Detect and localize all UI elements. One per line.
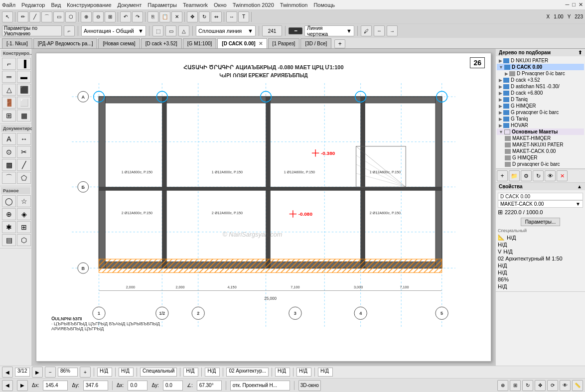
tree-item-maket-nkuxi[interactable]: MAKET-NKUXI PATER <box>497 141 584 148</box>
rotate-button[interactable]: ↻ <box>199 11 210 22</box>
zoom-in[interactable]: ⊕ <box>81 11 92 22</box>
rotate3d-btn[interactable]: ⟳ <box>547 380 558 391</box>
text-button[interactable]: T <box>238 11 249 22</box>
column-icon[interactable]: ▐ <box>17 58 31 70</box>
slab-icon[interactable]: ▬ <box>17 71 31 83</box>
tree-item-taniq[interactable]: ▶ D Taniq <box>497 96 584 103</box>
misc6-icon[interactable]: ⊞ <box>17 221 31 233</box>
misc2-icon[interactable]: ☆ <box>17 195 31 207</box>
zoom-fit[interactable]: ⊞ <box>105 11 116 22</box>
tree-item-maket-cack[interactable]: MAKET-CACK 0.00 <box>497 148 584 154</box>
misc5-icon[interactable]: ✱ <box>2 221 16 233</box>
arch-field[interactable]: 02 Архитектур... <box>226 368 269 377</box>
door-icon[interactable]: 🚪 <box>2 97 16 109</box>
minimize-button[interactable]: ─ <box>566 1 570 8</box>
nav-next-btn[interactable]: ▶ <box>32 367 43 378</box>
menu-editor[interactable]: Редактор <box>21 2 45 8</box>
menu-document[interactable]: Документ <box>118 2 142 8</box>
paste-button[interactable]: 📋 <box>159 11 170 22</box>
tab-cack000-close[interactable]: ✕ <box>259 41 263 46</box>
view-btn3[interactable]: △ <box>178 25 189 36</box>
tree-item-cack6800[interactable]: ▶ D сасk +6.800 <box>497 90 584 96</box>
misc7-icon[interactable]: ▤ <box>2 234 16 246</box>
tab-razrez[interactable]: [1 Разрез] <box>268 38 300 48</box>
sidebar-label-misc[interactable]: Разное <box>1 187 30 194</box>
move-button[interactable]: ✥ <box>187 11 198 22</box>
dim-icon[interactable]: ↔ <box>17 133 31 145</box>
rect-tool[interactable]: ▭ <box>53 11 64 22</box>
linetype-dropdown[interactable]: Сплошная линия ▼ <box>196 25 256 36</box>
wall-icon[interactable]: ⌐ <box>2 58 16 70</box>
tree-item-d-prvacqner2[interactable]: D prvacqner 0-ic barc <box>497 161 584 167</box>
tree-settings-btn[interactable]: ⚙ <box>521 170 532 181</box>
line-tool[interactable]: ╱ <box>29 11 40 22</box>
special-field[interactable]: Специальный <box>140 368 177 377</box>
dimension-button[interactable]: ↔ <box>226 11 237 22</box>
tree-item-astichan[interactable]: ▶ D astichan NS1 -0.30/ <box>497 83 584 90</box>
tree-item-g-himqer2[interactable]: G HIMQER <box>497 154 584 161</box>
wall-tool[interactable]: ⌐ <box>64 25 75 36</box>
tree-item-ghimqer[interactable]: ▶ G HIMQER <box>497 103 584 109</box>
text-icon[interactable]: A <box>2 133 16 145</box>
tree-item-nkuxi[interactable]: ▶ D NKUXI PATER <box>497 57 584 64</box>
dash-tool[interactable]: ╌ <box>374 25 385 36</box>
zoom-out-btn[interactable]: − <box>45 367 56 378</box>
menu-window[interactable]: Окно <box>214 2 227 8</box>
menu-help[interactable]: Помощь <box>313 2 335 8</box>
grid-btn[interactable]: ⊞ <box>510 380 521 391</box>
pan-btn[interactable]: ✥ <box>535 380 546 391</box>
tab-cack000[interactable]: [D САСK 0.00] ✕ <box>217 38 267 48</box>
tree-item-prvacqner[interactable]: ▶ D Prvacqner 0-ic barc <box>497 70 584 77</box>
prop-cack-name[interactable]: D CACK 0.00 <box>498 193 583 200</box>
pen-btn[interactable]: 🖊 <box>361 25 372 36</box>
tree-item-makets-folder[interactable]: ▼ Основные Макеты <box>497 129 584 135</box>
maximize-button[interactable]: □ <box>572 1 576 8</box>
misc8-icon[interactable]: ⬡ <box>17 234 31 246</box>
tab-rd[interactable]: [РД-АР Ведомость ра...] <box>33 38 98 48</box>
menu-file[interactable]: Файл <box>2 2 15 8</box>
tab-new-btn[interactable]: + <box>334 39 345 48</box>
tree-item-hovar[interactable]: ▶ HOVAR <box>497 122 584 129</box>
window-icon[interactable]: ⬜ <box>17 97 31 109</box>
polygon-tool[interactable]: ⬡ <box>65 11 76 22</box>
arrow-tool[interactable]: → <box>387 25 398 36</box>
measure-btn[interactable]: 📏 <box>572 380 583 391</box>
props-title[interactable]: Свойства ▲ <box>496 183 585 190</box>
layer-dropdown[interactable]: Линия чертежа ▼ <box>304 25 354 36</box>
tree-folder-btn[interactable]: 📁 <box>509 170 520 181</box>
stair-icon[interactable]: ⬛ <box>17 84 31 96</box>
default-params-btn[interactable]: Параметры по Умолчанию <box>2 25 62 36</box>
section-icon[interactable]: ✂ <box>17 146 31 158</box>
fill-icon[interactable]: ▩ <box>2 159 16 171</box>
tree-item-gprvacqner[interactable]: ▶ G prvacqner 0-ic barc <box>497 109 584 116</box>
poly-icon[interactable]: ⬠ <box>17 172 31 184</box>
tree-expand-icon[interactable]: ⬆ <box>578 50 582 55</box>
close-button[interactable]: ✕ <box>579 1 583 8</box>
tree-panel-title[interactable]: Дерево по подборам ⬆ <box>496 49 585 56</box>
canvas-area[interactable]: 26 ՀԱՏԱԿԻ ԾՐԱԳԻՐ АЦИAЪБКРЫД -0.080 МАЕТ … <box>32 49 495 366</box>
menu-teamwork[interactable]: Teamwork <box>183 2 208 8</box>
delete-button[interactable]: ✕ <box>171 11 182 22</box>
curtain-icon[interactable]: ▦ <box>17 110 31 122</box>
mirror-button[interactable]: ⇔ <box>211 11 222 22</box>
view3d-btn[interactable]: 👁 <box>560 380 571 391</box>
status-forward-btn[interactable]: ▶ <box>17 380 28 391</box>
orbit-btn[interactable]: ↻ <box>522 380 533 391</box>
3d-view-btn[interactable]: 3D-окно <box>298 380 321 391</box>
beam-icon[interactable]: ═ <box>2 71 16 83</box>
menu-view[interactable]: Вид <box>51 2 61 8</box>
sidebar-label-construct[interactable]: Конструиро... <box>1 50 30 57</box>
zoom-in-btn[interactable]: + <box>80 367 91 378</box>
tab-cack352[interactable]: [D сасk +3.52] <box>141 38 182 48</box>
tree-delete-btn[interactable]: ✕ <box>557 170 568 181</box>
floor-plan-svg[interactable]: -0.380 -0.080 2,000 2,000 4,150 7,100 3,… <box>46 83 481 331</box>
annotation-dropdown[interactable]: Аннотация - Общий ▼ <box>81 25 146 36</box>
params-button[interactable]: Параметры... <box>521 218 561 226</box>
tree-item-gtaniq[interactable]: ▶ G Taniq <box>497 116 584 122</box>
tree-add-btn[interactable]: + <box>497 170 508 181</box>
prop-maket-dropdown[interactable]: MAKET-CACK 0.00 ▼ <box>498 200 583 208</box>
view-btn1[interactable]: ⬚ <box>152 25 163 36</box>
menu-params[interactable]: Параметры <box>147 2 177 8</box>
zoom-out[interactable]: ⊖ <box>93 11 104 22</box>
zoom-display[interactable]: 86% <box>58 368 78 377</box>
